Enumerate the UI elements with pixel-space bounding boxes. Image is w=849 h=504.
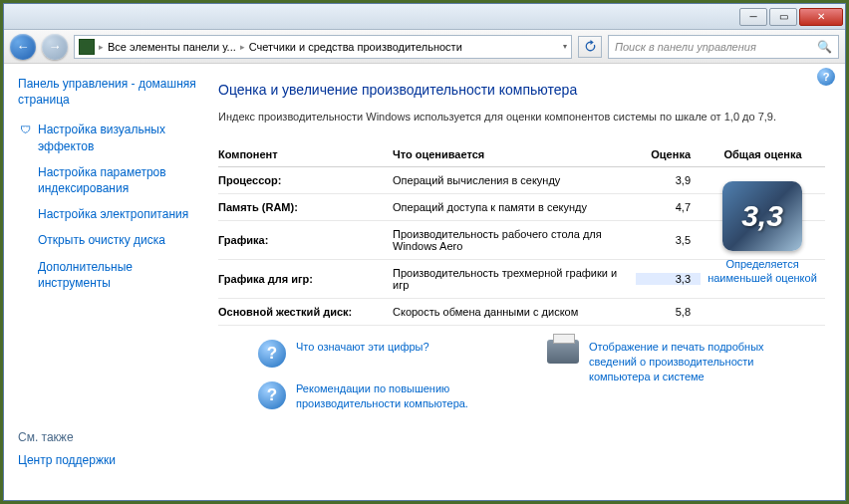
table-header: Компонент Что оценивается Оценка Общая о…	[218, 142, 825, 167]
link-tips[interactable]: ? Рекомендации по повышению производител…	[258, 381, 517, 411]
sidebar-link-power[interactable]: Настройка электропитания	[18, 206, 198, 222]
chevron-right-icon: ▸	[99, 42, 104, 52]
refresh-icon	[584, 40, 597, 53]
control-panel-icon	[79, 39, 95, 55]
link-label: Что означают эти цифры?	[296, 340, 429, 355]
row-score: 4,7	[636, 201, 701, 213]
base-score-widget: 3,3 Определяется наименьшей оценкой	[708, 181, 817, 286]
row-desc: Скорость обмена данными с диском	[393, 306, 636, 318]
header-basescore: Общая оценка	[701, 148, 825, 160]
back-button[interactable]: ←	[10, 34, 36, 60]
row-name: Память (RAM):	[218, 201, 393, 213]
sidebar-link-label: Настройка параметров индексирования	[38, 164, 198, 196]
sidebar-link-label: Дополнительные инструменты	[38, 259, 198, 291]
main-panel: ? Оценка и увеличение производительности…	[208, 64, 845, 500]
row-name: Графика для игр:	[218, 273, 393, 285]
breadcrumb-seg2[interactable]: Счетчики и средства производительности	[249, 41, 462, 53]
close-button[interactable]: ✕	[799, 8, 843, 26]
row-score: 5,8	[636, 306, 701, 318]
row-name: Основной жесткий диск:	[218, 306, 393, 318]
nav-toolbar: ← → ▸ Все элементы панели у... ▸ Счетчик…	[4, 30, 845, 64]
chevron-down-icon[interactable]: ▾	[563, 42, 567, 51]
search-placeholder: Поиск в панели управления	[615, 41, 756, 53]
help-icon: ?	[258, 340, 286, 368]
row-desc: Производительность трехмерной графики и …	[393, 267, 636, 291]
link-label: Рекомендации по повышению производительн…	[296, 381, 517, 411]
maximize-button[interactable]: ▭	[769, 8, 797, 26]
search-input[interactable]: Поиск в панели управления 🔍	[608, 35, 839, 59]
refresh-button[interactable]	[578, 36, 602, 58]
sidebar-link-label: Открыть очистку диска	[38, 232, 165, 248]
row-score-lowest: 3,3	[636, 273, 701, 285]
header-component: Компонент	[218, 148, 393, 160]
sidebar: Панель управления - домашняя страница 🛡 …	[4, 64, 208, 500]
help-icon: ?	[258, 381, 286, 409]
sidebar-link-visual-effects[interactable]: 🛡 Настройка визуальных эффектов	[18, 122, 198, 153]
row-score: 3,5	[636, 234, 701, 246]
breadcrumb-seg1[interactable]: Все элементы панели у...	[108, 41, 236, 53]
link-print-details[interactable]: Отображение и печать подробных сведений …	[547, 340, 806, 411]
control-panel-home-link[interactable]: Панель управления - домашняя страница	[18, 76, 198, 108]
printer-icon	[547, 340, 579, 364]
base-score-label[interactable]: Определяется наименьшей оценкой	[708, 257, 817, 286]
row-desc: Операций вычисления в секунду	[393, 174, 636, 186]
base-score-badge: 3,3	[722, 181, 802, 251]
shield-icon: 🛡	[18, 123, 32, 136]
page-description: Индекс производительности Windows исполь…	[218, 110, 825, 125]
spacer-icon	[18, 165, 32, 179]
sidebar-link-action-center[interactable]: Центр поддержки	[18, 452, 198, 468]
link-what-numbers[interactable]: ? Что означают эти цифры?	[258, 340, 517, 368]
row-name: Графика:	[218, 234, 393, 246]
header-subscore: Оценка	[636, 148, 701, 160]
forward-button[interactable]: →	[42, 34, 68, 60]
sidebar-link-advanced-tools[interactable]: Дополнительные инструменты	[18, 259, 198, 291]
help-icon[interactable]: ?	[817, 68, 835, 86]
sidebar-link-label: Настройка электропитания	[38, 206, 188, 222]
see-also-label: См. также	[18, 430, 198, 444]
chevron-right-icon: ▸	[240, 42, 245, 52]
row-score: 3,9	[636, 174, 701, 186]
page-heading: Оценка и увеличение производительности к…	[218, 82, 825, 98]
row-name: Процессор:	[218, 174, 393, 186]
spacer-icon	[18, 233, 32, 247]
sidebar-link-indexing[interactable]: Настройка параметров индексирования	[18, 164, 198, 196]
titlebar: ─ ▭ ✕	[4, 4, 845, 30]
minimize-button[interactable]: ─	[739, 8, 767, 26]
sidebar-link-disk-cleanup[interactable]: Открыть очистку диска	[18, 232, 198, 248]
address-bar[interactable]: ▸ Все элементы панели у... ▸ Счетчики и …	[74, 35, 572, 59]
row-desc: Производительность рабочего стола для Wi…	[393, 228, 636, 252]
link-label: Отображение и печать подробных сведений …	[589, 340, 806, 384]
control-panel-window: ─ ▭ ✕ ← → ▸ Все элементы панели у... ▸ С…	[3, 3, 846, 501]
content-area: Панель управления - домашняя страница 🛡 …	[4, 64, 845, 500]
sidebar-link-label: Центр поддержки	[18, 452, 116, 468]
header-whatrated: Что оценивается	[393, 148, 636, 160]
spacer-icon	[18, 260, 32, 274]
row-desc: Операций доступа к памяти в секунду	[393, 201, 636, 213]
sidebar-link-label: Настройка визуальных эффектов	[38, 122, 198, 153]
search-icon: 🔍	[817, 40, 832, 54]
spacer-icon	[18, 207, 32, 221]
table-row: Основной жесткий диск: Скорость обмена д…	[218, 299, 825, 326]
bottom-links: ? Что означают эти цифры? ? Рекомендации…	[218, 340, 825, 411]
